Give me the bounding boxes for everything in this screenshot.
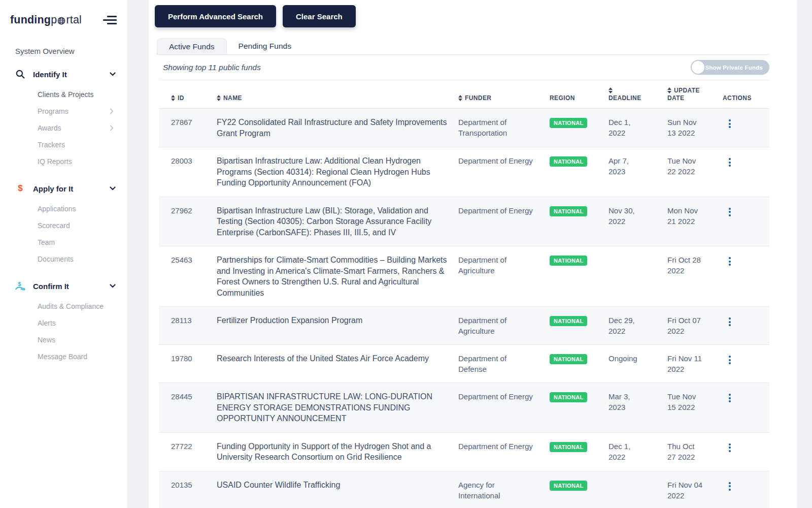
fund-funder: Department of Agriculture bbox=[458, 315, 550, 336]
row-actions-menu[interactable] bbox=[727, 157, 733, 168]
tab-pending-funds[interactable]: Pending Funds bbox=[227, 38, 303, 54]
column-header-name[interactable]: NAME bbox=[217, 94, 458, 102]
logo-row: fundingprtal bbox=[10, 14, 118, 26]
perform-advanced-search-button[interactable]: Perform Advanced Search bbox=[155, 5, 276, 27]
sort-icon[interactable] bbox=[458, 95, 462, 101]
menu-icon[interactable] bbox=[102, 14, 118, 26]
logo-text-bold: funding bbox=[10, 14, 51, 26]
sidebar-item-label: Alerts bbox=[38, 319, 56, 327]
sidebar-item-system-overview[interactable]: System Overview bbox=[15, 47, 118, 55]
column-header-funder[interactable]: FUNDER bbox=[458, 94, 550, 102]
search-icon bbox=[15, 69, 26, 79]
fund-funder: Department of Energy bbox=[458, 441, 550, 452]
sidebar-item-documents[interactable]: Documents bbox=[10, 250, 118, 267]
sidebar-item-trackers[interactable]: Trackers bbox=[10, 136, 118, 153]
sidebar-sublist: ApplicationsScorecardTeamDocuments bbox=[10, 200, 118, 267]
sidebar-item-programs[interactable]: Programs bbox=[10, 103, 118, 119]
fund-funder: Department of Energy bbox=[458, 391, 550, 402]
chevron-down-icon bbox=[110, 186, 116, 190]
sidebar-item-iq-reports[interactable]: IQ Reports bbox=[10, 153, 118, 170]
sidebar-section-label: Identify It bbox=[33, 70, 67, 79]
sidebar-item-label: News bbox=[38, 336, 55, 344]
column-header-id[interactable]: ID bbox=[171, 94, 217, 102]
fund-update-date: Fri Nov 04 2022 bbox=[667, 480, 723, 501]
fund-funder: Agency for International bbox=[458, 480, 550, 501]
toggle-knob bbox=[692, 61, 704, 74]
fund-funder: Department of Agriculture bbox=[458, 255, 550, 276]
sidebar-item-label: IQ Reports bbox=[38, 157, 72, 166]
globe-icon bbox=[57, 17, 65, 25]
chevron-down-icon bbox=[110, 284, 116, 288]
table-row: 20135 USAID Counter Wildlife Trafficking… bbox=[159, 471, 769, 508]
sidebar-item-label: Applications bbox=[38, 205, 76, 213]
sidebar-item-team[interactable]: Team bbox=[10, 234, 118, 250]
sort-icon[interactable] bbox=[171, 95, 175, 101]
sort-icon[interactable] bbox=[667, 87, 671, 93]
table-row: 27722 Funding Opportunity in Support of … bbox=[159, 433, 769, 471]
sidebar-item-alerts[interactable]: Alerts bbox=[10, 314, 118, 331]
fund-name: Research Interests of the United States … bbox=[217, 353, 458, 364]
row-actions-menu[interactable] bbox=[727, 256, 733, 267]
sidebar-section-label: Apply for It bbox=[33, 184, 73, 193]
sidebar-section: $ Confirm It Audits & ComplianceAlertsNe… bbox=[10, 280, 118, 365]
row-actions-menu[interactable] bbox=[727, 118, 733, 129]
fund-name: FY22 Consolidated Rail Infrastructure an… bbox=[217, 117, 458, 139]
row-actions-menu[interactable] bbox=[727, 442, 733, 453]
sidebar-item-label: Programs bbox=[38, 107, 69, 115]
sort-icon[interactable] bbox=[217, 95, 221, 101]
column-header-deadline[interactable]: DEADLINE bbox=[608, 87, 667, 102]
fund-update-date: Fri Nov 11 2022 bbox=[667, 353, 723, 374]
fund-update-date: Sun Nov 13 2022 bbox=[667, 117, 723, 138]
row-actions-menu[interactable] bbox=[727, 316, 733, 327]
sidebar-section-apply-for-it[interactable]: $ Apply for It bbox=[10, 182, 118, 195]
clear-search-button[interactable]: Clear Search bbox=[283, 5, 356, 27]
row-actions-menu[interactable] bbox=[727, 207, 733, 217]
fund-update-date: Tue Nov 15 2022 bbox=[667, 391, 723, 412]
fund-id: 28445 bbox=[171, 391, 217, 402]
region-badge: NATIONAL bbox=[550, 256, 587, 266]
fund-funder: Department of Defense bbox=[458, 353, 550, 374]
fund-id: 28113 bbox=[171, 315, 217, 326]
sidebar-item-applications[interactable]: Applications bbox=[10, 200, 118, 217]
fund-update-date: Thu Oct 27 2022 bbox=[667, 441, 723, 462]
tab-active-funds[interactable]: Active Funds bbox=[157, 38, 227, 54]
dollar-icon: $ bbox=[15, 183, 26, 194]
search-toolbar: Perform Advanced Search Clear Search bbox=[155, 5, 797, 27]
table-row: 27962 Bipartisan Infrastructure Law (BIL… bbox=[159, 197, 769, 247]
logo-text: p bbox=[51, 14, 57, 26]
sidebar-item-awards[interactable]: Awards bbox=[10, 119, 118, 136]
fund-deadline: Apr 7, 2023 bbox=[608, 155, 667, 177]
fund-id: 27722 bbox=[171, 441, 217, 452]
sidebar-section-confirm-it[interactable]: $ Confirm It bbox=[10, 280, 118, 292]
sidebar-item-audits-compliance[interactable]: Audits & Compliance bbox=[10, 298, 118, 314]
column-header-update-date[interactable]: UPDATE DATE bbox=[667, 87, 723, 102]
sidebar: fundingprtal System Overview Identify It… bbox=[0, 0, 127, 508]
sidebar-item-label: Awards bbox=[38, 124, 61, 132]
fund-funder: Department of Energy bbox=[458, 155, 550, 166]
fund-name: Funding Opportunity in Support of the Hy… bbox=[217, 441, 458, 463]
row-actions-menu[interactable] bbox=[727, 393, 733, 403]
chevron-down-icon bbox=[110, 72, 116, 76]
region-badge: NATIONAL bbox=[550, 481, 587, 491]
sidebar-section-identify-it[interactable]: Identify It bbox=[10, 68, 118, 80]
sidebar-item-message-board[interactable]: Message Board bbox=[10, 348, 118, 365]
region-badge: NATIONAL bbox=[550, 156, 587, 167]
logo[interactable]: fundingprtal bbox=[10, 14, 82, 26]
fund-update-date: Tue Nov 22 2022 bbox=[667, 155, 723, 177]
sidebar-item-scorecard[interactable]: Scorecard bbox=[10, 217, 118, 234]
region-badge: NATIONAL bbox=[550, 392, 587, 402]
region-badge: NATIONAL bbox=[550, 118, 587, 128]
sidebar-item-clients-projects[interactable]: Clients & Projects bbox=[10, 86, 118, 103]
row-actions-menu[interactable] bbox=[727, 355, 733, 365]
sidebar-item-news[interactable]: News bbox=[10, 331, 118, 348]
show-private-funds-toggle[interactable]: Show Private Funds bbox=[691, 60, 769, 75]
fund-deadline: Dec 1, 2022 bbox=[608, 117, 667, 138]
sidebar-item-label: Documents bbox=[38, 255, 74, 263]
table-header: IDNAMEFUNDERREGIONDEADLINEUPDATE DATEACT… bbox=[159, 80, 769, 109]
toggle-label: Show Private Funds bbox=[705, 65, 763, 71]
funds-table: 27867 FY22 Consolidated Rail Infrastruct… bbox=[159, 109, 769, 508]
fund-name: Bipartisan Infrastructure Law: Additiona… bbox=[217, 155, 458, 188]
sidebar-item-label: Audits & Compliance bbox=[38, 302, 104, 310]
sort-icon[interactable] bbox=[608, 87, 613, 93]
row-actions-menu[interactable] bbox=[727, 481, 733, 492]
